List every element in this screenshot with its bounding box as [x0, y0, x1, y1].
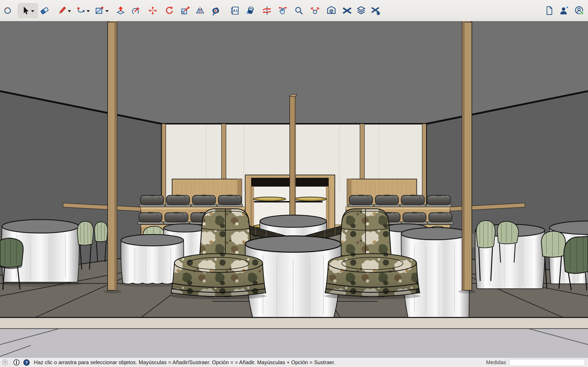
account-button[interactable]	[574, 5, 585, 16]
scale-icon	[181, 6, 190, 16]
arc-tool-button[interactable]	[76, 5, 86, 16]
new-document-button[interactable]	[544, 5, 555, 16]
flip-tool-button[interactable]	[195, 5, 205, 16]
add-collaborator-button[interactable]	[559, 5, 570, 16]
extension-warehouse-icon	[342, 6, 352, 16]
layer-stack-icon	[356, 6, 366, 16]
rectangle-icon	[95, 6, 104, 16]
help-icon[interactable]: ?	[23, 359, 30, 366]
orbit-tool-button[interactable]	[261, 5, 272, 16]
dimension-text-tool-button[interactable]: A1	[230, 5, 240, 16]
credits-info-icon[interactable]	[13, 359, 20, 366]
zoom-icon	[294, 6, 304, 16]
rotate-icon	[164, 6, 174, 16]
foreground-floor	[0, 317, 588, 358]
terrace-floor	[0, 329, 588, 358]
paint-bucket-icon	[245, 6, 255, 16]
add-person-icon	[559, 6, 569, 16]
search-tool-button[interactable]	[2, 5, 13, 16]
pencil-line-icon	[57, 6, 67, 16]
paint-bucket-tool-button[interactable]	[245, 5, 255, 16]
eraser-tool-button[interactable]	[39, 5, 50, 16]
follow-me-tool-button[interactable]	[130, 5, 141, 16]
search-icon	[3, 6, 13, 16]
layer-stack-button[interactable]	[356, 5, 366, 16]
zoom-extents-tool-button[interactable]	[310, 5, 320, 16]
push-pull-icon	[116, 6, 126, 16]
line-dropdown-caret	[68, 10, 71, 12]
tape-measure-tool-button[interactable]	[210, 5, 221, 16]
arc-dropdown-caret	[86, 10, 90, 12]
move-icon	[148, 6, 158, 16]
orbit-icon	[262, 6, 272, 16]
geolocation-status-icon[interactable]	[2, 359, 8, 366]
extension-manager-button[interactable]	[370, 5, 381, 16]
rectangle-dropdown-caret	[105, 10, 109, 12]
select-tool-button[interactable]	[20, 5, 31, 16]
dimension-text-icon: A1	[230, 6, 240, 16]
follow-me-icon	[131, 6, 141, 16]
viewport-3d[interactable]	[0, 21, 588, 358]
push-pull-tool-button[interactable]	[115, 5, 126, 16]
eraser-icon	[40, 6, 49, 16]
status-divider	[11, 360, 11, 365]
tape-measure-icon	[211, 6, 221, 16]
pan-tool-button[interactable]	[277, 5, 288, 16]
select-arrow-icon	[20, 6, 30, 16]
extension-manager-icon	[371, 6, 380, 16]
status-bar: ? Haz clic o arrastra para seleccionar o…	[0, 358, 588, 367]
svg-text:?: ?	[25, 360, 28, 365]
status-message: Haz clic o arrastra para seleccionar obj…	[34, 359, 335, 366]
svg-text:A1: A1	[233, 9, 238, 13]
select-dropdown-caret	[31, 10, 34, 12]
pan-icon	[278, 6, 288, 16]
zoom-extents-icon	[310, 6, 320, 16]
line-tool-button[interactable]	[57, 5, 67, 16]
extension-warehouse-button[interactable]	[342, 5, 352, 16]
3d-warehouse-button[interactable]	[326, 5, 337, 16]
move-tool-button[interactable]	[147, 5, 158, 16]
concrete-curb	[0, 317, 588, 329]
measurements-input[interactable]	[509, 359, 585, 366]
rectangle-tool-button[interactable]	[94, 5, 105, 16]
scale-tool-button[interactable]	[180, 5, 191, 16]
banquette-left-drum	[171, 254, 267, 299]
banquette-right-drum	[324, 254, 420, 299]
measurements-label: Medidas	[486, 359, 506, 366]
account-icon	[575, 6, 584, 16]
arc-icon	[76, 6, 86, 16]
new-document-icon	[545, 6, 554, 16]
3d-warehouse-icon	[327, 6, 336, 16]
rotate-tool-button[interactable]	[164, 5, 174, 16]
main-toolbar: A1	[0, 0, 588, 21]
zoom-tool-button[interactable]	[294, 5, 304, 16]
flip-icon	[195, 6, 205, 16]
